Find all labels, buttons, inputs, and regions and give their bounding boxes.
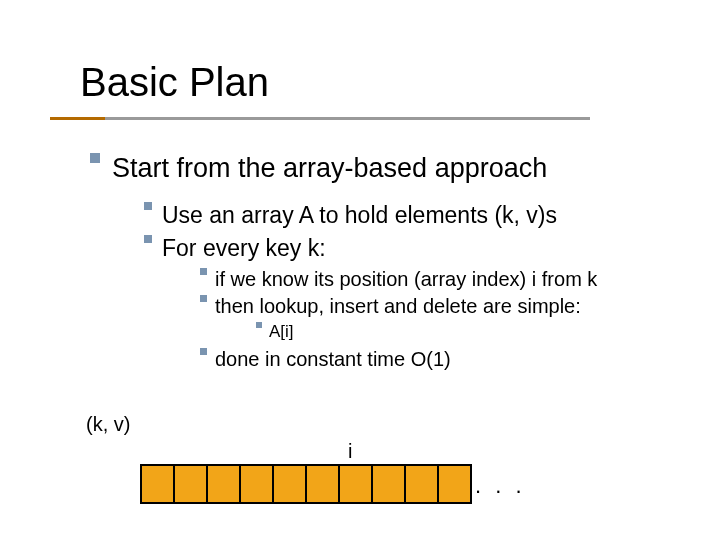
square-bullet-icon [144,202,152,210]
square-bullet-icon [90,153,100,163]
square-bullet-icon [200,268,207,275]
array-cell [173,464,208,504]
ellipsis: . . . [475,473,526,499]
bullet-text: done in constant time O(1) [215,348,451,371]
array-cell [140,464,175,504]
index-label: i [348,440,352,463]
bullet-text: then lookup, insert and delete are simpl… [215,295,581,318]
square-bullet-icon [256,322,262,328]
array-cell [404,464,439,504]
bullet-text: For every key k: [162,235,326,262]
array-cell [272,464,307,504]
array-cell [437,464,472,504]
bullet-text: A[i] [269,322,294,342]
bullet-text: Start from the array-based approach [112,153,547,184]
array-cell [206,464,241,504]
array-cell [338,464,373,504]
bullet-level1: Start from the array-based approach [90,153,670,184]
array-cell [305,464,340,504]
bullet-level3: if we know its position (array index) i … [200,268,670,291]
bullet-level2: For every key k: [144,235,670,262]
bullet-level2: Use an array A to hold elements (k, v)s [144,202,670,229]
array-cell [371,464,406,504]
kv-pair-label: (k, v) [86,413,130,436]
bullet-level3: then lookup, insert and delete are simpl… [200,295,670,318]
square-bullet-icon [144,235,152,243]
title-underline [50,115,670,125]
slide: Basic Plan Start from the array-based ap… [0,0,720,540]
bullet-level3: done in constant time O(1) [200,348,670,371]
array-diagram [140,464,472,504]
square-bullet-icon [200,295,207,302]
underline-base [50,117,590,120]
bullet-text: if we know its position (array index) i … [215,268,597,291]
slide-title: Basic Plan [80,60,670,105]
square-bullet-icon [200,348,207,355]
array-cell [239,464,274,504]
underline-accent [50,117,105,120]
bullet-level4: A[i] [256,322,670,342]
bullet-text: Use an array A to hold elements (k, v)s [162,202,557,229]
